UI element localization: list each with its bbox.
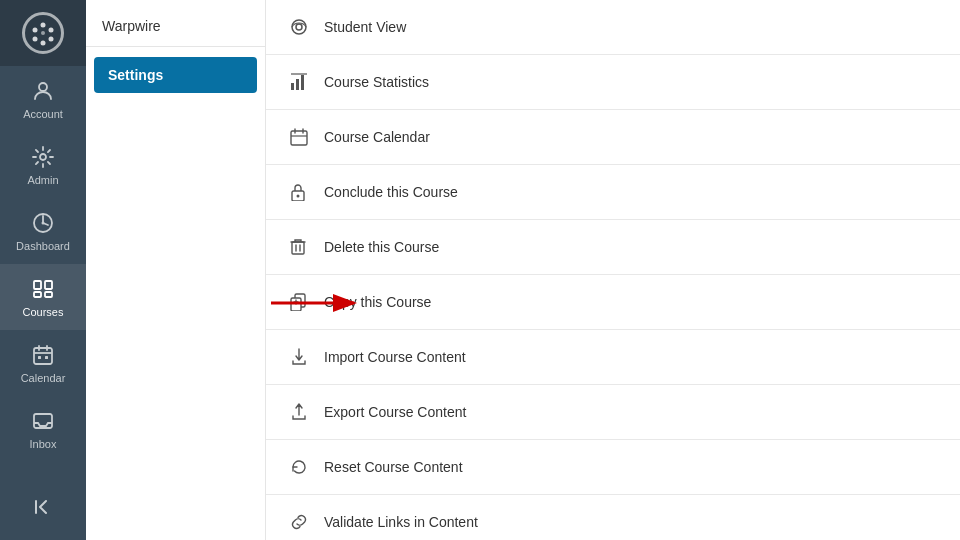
sidebar-item-admin[interactable]: Admin [0,132,86,198]
export-content-label: Export Course Content [324,404,466,420]
account-icon [30,78,56,104]
svg-rect-11 [34,281,41,289]
copy-course-label: Copy this Course [324,294,431,310]
menu-item-course-statistics[interactable]: Course Statistics [266,55,960,110]
logo-icon [22,12,64,54]
sidebar-item-dashboard[interactable]: Dashboard [0,198,86,264]
svg-rect-29 [292,242,304,254]
export-content-icon [290,403,310,421]
sidebar-item-inbox[interactable]: Inbox [0,396,86,462]
svg-point-28 [297,195,300,198]
course-calendar-icon [290,128,310,146]
svg-rect-16 [38,356,41,359]
sidebar-item-calendar-label: Calendar [21,372,66,384]
sidebar-collapse-button[interactable] [0,482,86,532]
svg-point-5 [33,28,38,33]
inbox-icon [30,408,56,434]
menu-item-reset-content[interactable]: Reset Course Content [266,440,960,495]
admin-icon [30,144,56,170]
import-content-icon [290,348,310,366]
svg-rect-15 [34,348,52,364]
sidebar-item-courses-label: Courses [23,306,64,318]
svg-rect-12 [45,281,52,289]
reset-content-label: Reset Course Content [324,459,463,475]
svg-rect-24 [296,79,299,90]
svg-point-6 [41,31,45,35]
secondary-sidebar: Warpwire Settings [86,0,266,540]
menu-item-import-content[interactable]: Import Course Content [266,330,960,385]
main-content: Student View Course Statistics [266,0,960,540]
sidebar-item-account-label: Account [23,108,63,120]
menu-item-export-content[interactable]: Export Course Content [266,385,960,440]
sidebar-item-calendar[interactable]: Calendar [0,330,86,396]
course-statistics-label: Course Statistics [324,74,429,90]
validate-links-label: Validate Links in Content [324,514,478,530]
sidebar-item-inbox-label: Inbox [30,438,57,450]
reset-content-icon [290,458,310,476]
svg-point-21 [292,20,306,34]
svg-point-3 [41,41,46,46]
course-statistics-icon [290,73,310,91]
menu-item-copy-course[interactable]: Copy this Course [266,275,960,330]
settings-button[interactable]: Settings [94,57,257,93]
app-logo[interactable] [0,0,86,66]
svg-point-1 [49,28,54,33]
conclude-course-label: Conclude this Course [324,184,458,200]
svg-rect-14 [45,292,52,297]
menu-item-validate-links[interactable]: Validate Links in Content [266,495,960,540]
course-calendar-label: Course Calendar [324,129,430,145]
menu-item-student-view[interactable]: Student View [266,0,960,55]
calendar-icon [30,342,56,368]
course-title: Warpwire [86,0,265,47]
dashboard-icon [30,210,56,236]
svg-point-8 [40,154,46,160]
validate-links-icon [290,513,310,531]
svg-point-10 [42,222,45,225]
delete-course-label: Delete this Course [324,239,439,255]
sidebar-item-admin-label: Admin [27,174,58,186]
svg-rect-17 [45,356,48,359]
student-view-icon [290,18,310,36]
svg-point-22 [296,24,302,30]
menu-item-course-calendar[interactable]: Course Calendar [266,110,960,165]
sidebar-item-courses[interactable]: Courses [0,264,86,330]
courses-icon [30,276,56,302]
sidebar-item-account[interactable]: Account [0,66,86,132]
svg-rect-26 [291,131,307,145]
settings-menu-list: Student View Course Statistics [266,0,960,540]
svg-point-7 [39,83,47,91]
delete-course-icon [290,238,310,256]
svg-rect-23 [291,83,294,90]
menu-item-delete-course[interactable]: Delete this Course [266,220,960,275]
svg-rect-25 [301,75,304,90]
import-content-label: Import Course Content [324,349,466,365]
svg-point-2 [49,37,54,42]
svg-point-0 [41,23,46,28]
copy-course-icon [290,293,310,311]
menu-item-conclude-course[interactable]: Conclude this Course [266,165,960,220]
conclude-course-icon [290,183,310,201]
sidebar-item-dashboard-label: Dashboard [16,240,70,252]
sidebar: Account Admin Dashboard [0,0,86,540]
svg-point-4 [33,37,38,42]
student-view-label: Student View [324,19,406,35]
svg-rect-13 [34,292,41,297]
